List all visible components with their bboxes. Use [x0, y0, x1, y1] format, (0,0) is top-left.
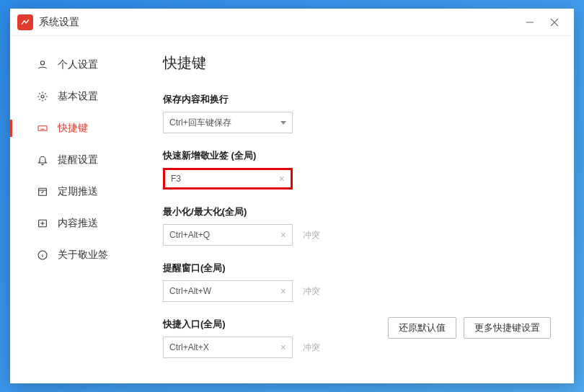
clear-icon[interactable]: × [280, 342, 286, 352]
remind-input[interactable]: Ctrl+Alt+W × [163, 280, 293, 302]
clear-icon[interactable]: × [279, 174, 285, 184]
conflict-label: 冲突 [303, 229, 320, 241]
restore-defaults-button[interactable]: 还原默认值 [388, 317, 456, 339]
svg-point-4 [41, 95, 44, 98]
clear-icon[interactable]: × [280, 286, 286, 296]
svg-rect-5 [38, 126, 47, 131]
sidebar-item-label: 定期推送 [58, 185, 98, 198]
send-icon [36, 217, 49, 230]
button-label: 还原默认值 [399, 321, 446, 334]
content-panel: 快捷键 保存内容和换行 Ctrl+回车键保存 快速新增敬业签 (全局) F3 × [140, 36, 574, 383]
conflict-label: 冲突 [303, 342, 320, 354]
sidebar-item-label: 基本设置 [58, 90, 98, 103]
sidebar-item-basic[interactable]: 基本设置 [10, 81, 140, 112]
sidebar-item-reminder[interactable]: 提醒设置 [10, 144, 140, 176]
minimize-button[interactable] [518, 12, 542, 33]
select-value: Ctrl+回车键保存 [169, 117, 231, 129]
sidebar-item-content-push[interactable]: 内容推送 [10, 208, 140, 239]
app-icon [17, 14, 33, 30]
input-value: Ctrl+Alt+W [169, 286, 211, 296]
sidebar-item-shortcuts[interactable]: 快捷键 [10, 112, 140, 144]
clear-icon[interactable]: × [280, 230, 286, 240]
sidebar-item-label: 快捷键 [58, 122, 88, 135]
input-value: Ctrl+Alt+X [169, 342, 209, 352]
sidebar-item-personal[interactable]: 个人设置 [10, 49, 140, 81]
conflict-label: 冲突 [303, 285, 320, 298]
close-button[interactable] [542, 12, 567, 33]
input-value: F3 [171, 174, 181, 184]
gear-icon [36, 90, 49, 103]
more-shortcuts-button[interactable]: 更多快捷键设置 [464, 317, 551, 339]
button-label: 更多快捷键设置 [474, 321, 540, 334]
bell-icon [36, 153, 49, 166]
sidebar-item-label: 提醒设置 [58, 153, 98, 166]
sidebar-item-label: 关于敬业签 [58, 249, 108, 262]
quick-add-input[interactable]: F3 × [163, 168, 293, 190]
titlebar: 系统设置 [10, 9, 574, 36]
sidebar-item-about[interactable]: 关于敬业签 [10, 239, 140, 271]
minmax-input[interactable]: Ctrl+Alt+Q × [163, 224, 293, 246]
chevron-down-icon [280, 121, 286, 125]
window-title: 系统设置 [39, 16, 79, 29]
field-label: 提醒窗口(全局) [163, 262, 551, 275]
footer-buttons: 还原默认值 更多快捷键设置 [388, 317, 551, 339]
info-icon [36, 249, 49, 262]
settings-window: 系统设置 个人设置 基本设置 [10, 9, 574, 383]
sidebar-item-schedule-push[interactable]: 定期推送 [10, 176, 140, 208]
keyboard-icon [36, 122, 49, 135]
sidebar-item-label: 内容推送 [58, 217, 98, 230]
field-save: 保存内容和换行 Ctrl+回车键保存 [163, 93, 551, 133]
save-select[interactable]: Ctrl+回车键保存 [163, 112, 293, 133]
field-quick-add: 快速新增敬业签 (全局) F3 × [163, 149, 551, 190]
calendar-icon [36, 185, 49, 198]
user-icon [36, 58, 49, 71]
field-label: 最小化/最大化(全局) [163, 205, 551, 218]
field-label: 保存内容和换行 [163, 93, 551, 106]
field-label: 快速新增敬业签 (全局) [163, 149, 551, 162]
sidebar-item-label: 个人设置 [58, 58, 98, 71]
field-minmax: 最小化/最大化(全局) Ctrl+Alt+Q × 冲突 [163, 205, 551, 246]
page-title: 快捷键 [163, 53, 551, 73]
field-remind: 提醒窗口(全局) Ctrl+Alt+W × 冲突 [163, 262, 551, 302]
entry-input[interactable]: Ctrl+Alt+X × [163, 337, 293, 358]
input-value: Ctrl+Alt+Q [169, 230, 210, 240]
sidebar: 个人设置 基本设置 快捷键 提醒设置 [10, 36, 140, 383]
svg-point-3 [40, 61, 44, 65]
